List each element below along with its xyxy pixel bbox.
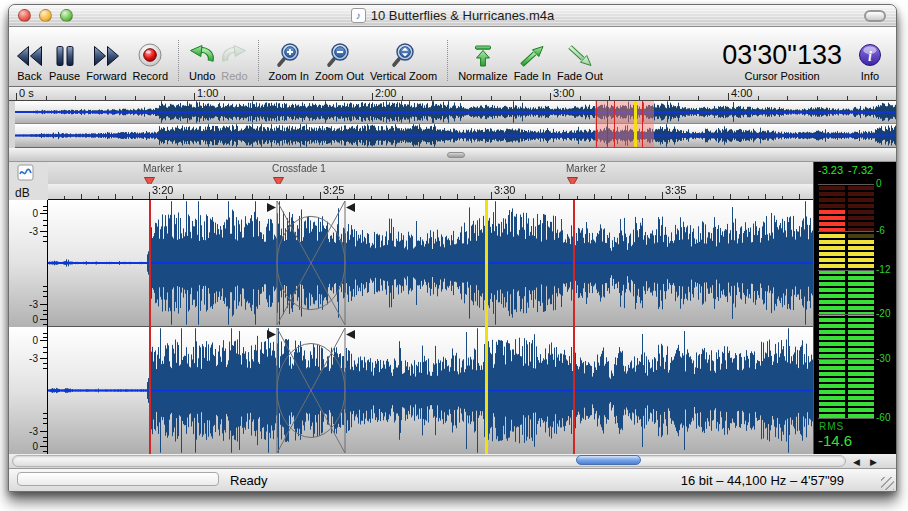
info-button[interactable]: i Info [857,37,883,82]
toolbar-separator [178,40,179,81]
ruler-tick [252,194,253,199]
meter-led [848,192,874,196]
toolbar-item-label: Pause [49,70,80,82]
ruler-tick [371,196,372,199]
meter-led [819,354,845,358]
fade-out-button[interactable]: Fade Out [557,37,603,82]
ruler-tick [728,93,729,100]
db-scale-label: 0 [32,335,38,346]
overview-channel-2-canvas[interactable] [15,124,896,147]
fade-in-button[interactable]: Fade In [514,37,551,82]
vertical-zoom-button[interactable]: Vertical Zoom [370,37,437,82]
ruler-label: 0 s [19,87,34,99]
db-scale-tick [40,304,47,305]
meter-led [848,366,874,370]
scroll-right-button[interactable]: ▶ [865,454,882,469]
ruler-tick [645,196,646,199]
ruler-tick [64,196,65,199]
forward-button[interactable]: Forward [86,37,126,82]
undo-arrow-icon [189,37,215,70]
ruler-tick [461,96,462,100]
back-button[interactable]: Back [16,37,43,82]
meter-led [819,396,845,400]
ruler-tick [166,196,167,199]
ruler-tick [440,196,441,199]
scroll-left-button[interactable]: ◀ [848,454,865,469]
meter-led [819,186,845,190]
horizontal-scrollbar[interactable]: ◀ ▶ [9,454,896,469]
toolbar-item-label: Fade In [514,70,551,82]
toolbar: BackPauseForwardRecordUndoRedoZoom InZoo… [9,27,896,87]
overview-waveform[interactable] [15,101,896,148]
normalize-arrow-icon [471,37,495,70]
minimize-button[interactable] [39,9,52,22]
record-icon [137,37,163,70]
meter-led [848,234,874,238]
redo-button[interactable]: Redo [221,37,247,82]
ruler-tick [320,192,321,199]
ruler-label: 4:00 [731,87,752,99]
editor-time-ruler[interactable]: 3:203:253:303:35 [48,184,813,200]
meter-led [848,216,874,220]
meter-led [819,252,845,256]
meter-scale-tick [818,231,874,232]
ruler-tick [491,192,492,199]
ruler-tick [269,196,270,199]
record-button[interactable]: Record [133,37,168,82]
arrow-left-icon: ◀ [853,457,860,467]
meter-led [819,258,845,262]
meter-led [819,324,845,328]
meter-led [819,240,845,244]
waveform-channel-2-canvas[interactable] [48,327,813,454]
fade-out-arrow-icon [567,37,593,70]
marker-bar[interactable]: Marker 1Crossfade 1Marker 2 [48,162,813,184]
db-scale-label: -3 [29,426,38,437]
meter-led [848,408,874,412]
meter-led [848,204,874,208]
overview-channel-1-canvas[interactable] [15,101,896,124]
pause-button[interactable]: Pause [49,37,80,82]
waveform-editor[interactable] [48,200,813,454]
ruler-tick [200,196,201,199]
resize-grip[interactable] [881,477,894,490]
ruler-tick [580,96,581,100]
ruler-tick [283,96,284,100]
title-bar[interactable]: ♪ 10 Butterflies & Hurricanes.m4a [9,5,896,27]
magnifier-updown-icon [391,37,417,70]
meter-scale-label: -60 [876,412,890,423]
ruler-tick [132,196,133,199]
ruler-tick [525,194,526,199]
zoom-window-button[interactable] [60,9,73,22]
db-scale-label: 0 [32,208,38,219]
meter-led [848,384,874,388]
svg-text:i: i [868,49,872,64]
meter-led [848,396,874,400]
meter-led [848,258,874,262]
normalize-button[interactable]: Normalize [458,37,508,82]
db-scale-tick [40,431,47,432]
waveform-channel-1-canvas[interactable] [48,200,813,327]
undo-button[interactable]: Undo [189,37,215,82]
zoom-out-button[interactable]: Zoom Out [315,37,364,82]
db-scale-label: -3 [29,353,38,364]
scrollbar-thumb[interactable] [576,455,641,465]
toolbar-toggle-button[interactable] [864,10,886,22]
ruler-tick [559,194,560,199]
fade-in-arrow-icon [519,37,545,70]
meter-led [848,324,874,328]
ruler-tick [16,93,17,100]
close-button[interactable] [18,9,31,22]
meter-led [819,318,845,322]
ruler-tick [491,96,492,100]
divider-grip-handle[interactable] [447,152,465,158]
meter-led [819,198,845,202]
zoom-in-button[interactable]: Zoom In [269,37,309,82]
document-icon[interactable] [17,164,34,185]
meter-led [819,264,845,268]
ruler-tick [639,96,640,100]
meter-led [819,372,845,376]
overview-time-ruler[interactable]: 0 s1:002:003:004:00 [9,87,896,101]
meter-led [819,306,845,310]
scrollbar-track[interactable] [12,455,846,467]
traffic-lights [18,9,73,22]
